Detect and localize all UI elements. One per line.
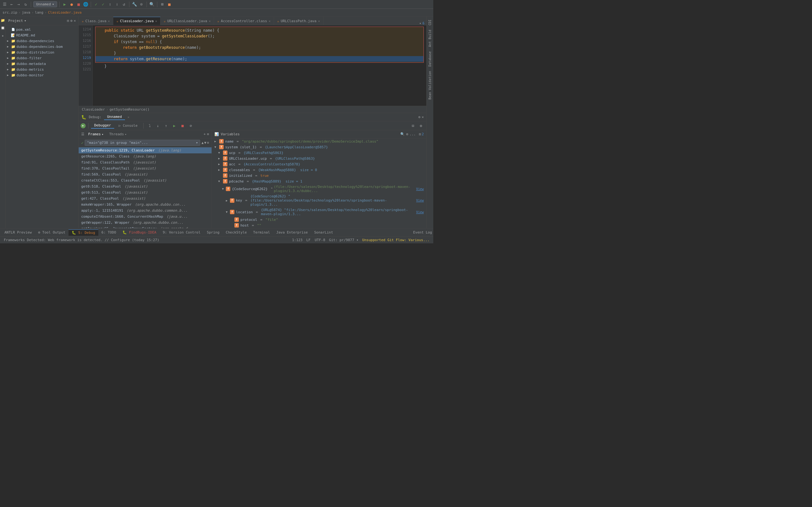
tree-item-filter[interactable]: ▶ 📁 dubbo-filter [6,55,78,61]
project-name-button[interactable]: Unnamed ▾ [33,1,57,7]
frames-tab[interactable]: Frames ▾ [86,131,105,137]
restore-layout-icon[interactable]: ⊟ [409,122,416,129]
breadcrumb-srczip[interactable]: src.zip [3,10,17,14]
layout-icon[interactable]: ⊞ [159,2,165,7]
refresh-icon[interactable]: ↻ [23,2,29,7]
var-system-row[interactable]: ▼ f system (slot_1) = {Launcher$AppClass… [212,144,426,150]
var-ucp-row[interactable]: ▼ f ucp = {URLClassPath@5863} [212,150,426,156]
tab-urlclassloader-close[interactable]: ✕ [209,19,211,23]
bottom-tab-eventlog[interactable]: Event Log [413,230,432,234]
debug-toolbar-tab-console[interactable]: ▷ Console [115,123,141,128]
debug-tab-unnamed[interactable]: Unnamed [104,114,125,120]
settings-icon[interactable]: 🔧 [132,2,137,7]
var-key-view[interactable]: View [416,199,424,202]
browser-icon[interactable]: 🌐 [83,2,89,7]
frame-item-0[interactable]: getSystemResource:1219, ClassLoader (jav… [79,147,212,153]
git-pull-icon[interactable]: ⇩ [114,2,120,7]
frame-item-4[interactable]: find:569, ClassPool (javassist) [79,171,212,177]
tab-accesscontroller[interactable]: ☕ AccessController.class ✕ [214,17,274,25]
bottom-tab-vcs[interactable]: 9: Version Control [159,229,204,235]
var-codesource-view[interactable]: View [416,187,424,191]
bottom-tab-findbugs[interactable]: 🐛 FindBugs-IDEA [119,229,159,235]
structure-icon[interactable]: 🔲 [0,25,5,31]
debug-close-icon[interactable]: ✕ [421,115,424,119]
tab-urlclasspath[interactable]: ☕ URLClassPath.java ✕ [274,17,323,25]
threads-tab[interactable]: Threads ▾ [107,131,129,137]
var-closeables-row[interactable]: ▶ f closeables = {WeakHashMap@5888} size… [212,167,426,173]
bottom-tab-tool[interactable]: ⚙ Tool Output [35,229,68,235]
var-pdcache-row[interactable]: ▼ f pdcache = {HashMap@5889} size = 1 [212,178,426,184]
editor-breadcrumb-class[interactable]: ClassLoader [82,107,105,112]
frame-item-11[interactable]: computeIfAbsent:1660, ConcurrentHashMap … [79,214,212,220]
build-icon[interactable]: ● [69,2,74,7]
git-push-icon[interactable]: ⇧ [107,2,113,7]
var-urlcl-ucp-row[interactable]: ▶ f URLClassLoader.ucp = {URLClassPath@5… [212,156,426,161]
side-panel-database[interactable]: Database [427,49,433,68]
frameworks-status[interactable]: Frameworks Detected: Web framework is de… [3,238,160,242]
breadcrumb-classloader[interactable]: ClassLoader.java [48,10,82,14]
var-acc-row[interactable]: ▶ f acc = {AccessControlContext@5878} [212,161,426,167]
favorites-icon[interactable]: ★ [0,33,5,38]
thread-dropdown[interactable]: "main"@738 in group "main"... ▾ [85,140,200,146]
var-location-row[interactable]: ▼ f location = {URL@5874} "file:/Users/s… [212,207,426,217]
tree-item-dependencies-bom[interactable]: ▶ 📁 dubbo-dependencies-bom [6,44,78,49]
project-dropdown-arrow[interactable]: ▾ [24,19,26,23]
tree-item-pom[interactable]: 📄 pom.xml [6,26,78,32]
bottom-tab-terminal[interactable]: Terminal [250,229,273,235]
breadcrumb-java[interactable]: java [22,10,31,14]
tab-classloader-java[interactable]: ☕ ClassLoader.java ✕ [113,17,160,25]
undo-icon[interactable]: ↺ [121,2,127,7]
git-check-icon[interactable]: ✓ [93,2,99,7]
bottom-tab-checkstyle[interactable]: CheckStyle [223,229,250,235]
menu-icon[interactable]: ☰ [2,2,8,7]
tree-item-dependencies[interactable]: ▶ 📁 dubbo-dependencies [6,38,78,44]
status-warning[interactable]: Unsupported Git Flow: Various... [361,238,431,242]
tab-class-java[interactable]: ☕ Class.java ✕ [79,17,113,25]
status-git[interactable]: Git: pr/9877 ▾ [328,238,360,242]
debug-toolbar-tab-debugger[interactable]: Debugger [91,123,114,129]
tab-classloader-close[interactable]: ✕ [155,19,157,23]
frames-filter-icon[interactable]: ≡ [207,132,209,136]
frame-item-10[interactable]: apply:-1, 1215148191 (org.apache.dubbo.c… [79,208,212,214]
color-icon[interactable]: ■ [166,2,172,7]
breadcrumb-lang[interactable]: lang [35,10,44,14]
bottom-tab-todo[interactable]: 6: TODO [98,229,119,235]
tab-class-java-close[interactable]: ✕ [108,19,110,23]
step-into-icon[interactable]: ↓ [154,122,161,129]
profile-icon[interactable]: ⊙ [139,2,144,7]
var-settings-icon[interactable]: ⚙ [406,132,408,136]
side-panel-cdi[interactable]: CDI [427,18,433,27]
editor-breadcrumb-method[interactable]: getSystemResource() [109,107,149,112]
status-line-col[interactable]: 1:123 [291,238,304,242]
var-host-row[interactable]: f host = "" [212,222,426,228]
bottom-tab-java-enterprise[interactable]: Java Enterprise [273,229,311,235]
status-encoding[interactable]: LF UTF-8 [305,238,327,242]
frames-add-icon[interactable]: + [204,132,206,136]
var-restore-icon[interactable]: ⊟ [419,132,421,136]
tree-item-distribution[interactable]: ▶ 📁 dubbo-distribution [6,49,78,55]
side-panel-ant[interactable]: Ant Build [427,28,433,49]
var-search-icon[interactable]: 🔍 [400,132,405,136]
bottom-tab-antlr[interactable]: ANTLR Preview [1,229,35,235]
var-codesource-row[interactable]: ▼ f {CodeSource@6262} " (file:/Users/sal… [212,184,426,193]
tab-urlclassloader[interactable]: ☕ URLClassLoader.java ✕ [160,17,214,25]
frame-item-7[interactable]: get0:513, ClassPool (javassist) [79,189,212,195]
var-init-row[interactable]: f initialized = true [212,173,426,178]
frame-item-5[interactable]: createCtClass:553, ClassPool (javassist) [79,177,212,183]
tab-overflow-icon[interactable]: ▾ [419,21,421,25]
project-icon[interactable]: 📁 [0,18,5,23]
var-extra-icon[interactable]: ... [409,132,416,136]
panel-settings-icon[interactable]: ⚙ [70,19,72,23]
stop-icon[interactable]: ■ [76,2,82,7]
tab-accesscontroller-close[interactable]: ✕ [269,19,270,23]
frame-item-9[interactable]: makeWrapper:165, Wrapper (org.apache.dub… [79,202,212,208]
debug-tab-close[interactable]: ✕ [128,115,130,119]
debug-settings-icon[interactable]: ⚙ [418,115,420,119]
frame-item-12[interactable]: getWrapper:122, Wrapper (org.apache.dubb… [79,220,212,226]
run-indicator[interactable]: ▶ [81,123,86,128]
settings-debug-icon[interactable]: ⚙ [417,122,424,129]
git-ok-icon[interactable]: ✓ [100,2,106,7]
code-content[interactable]: public static URL getSystemResource(Stri… [93,25,426,106]
tree-item-metadata[interactable]: ▶ 📁 dubbo-metadata [6,61,78,66]
frame-item-8[interactable]: get:427, ClassPool (javassist) [79,195,212,202]
